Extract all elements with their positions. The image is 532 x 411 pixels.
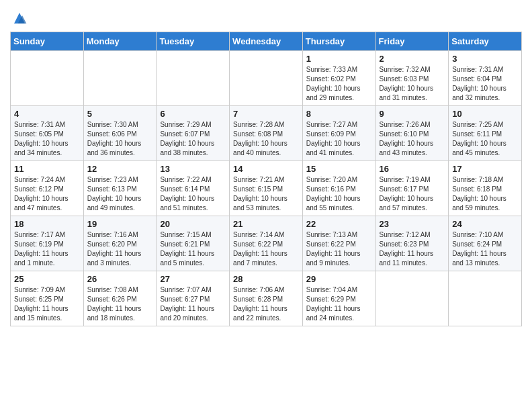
day-number: 12 (87, 164, 153, 174)
day-info: Sunrise: 7:15 AM Sunset: 6:21 PM Dayligh… (160, 230, 226, 268)
calendar-cell: 5Sunrise: 7:30 AM Sunset: 6:06 PM Daylig… (83, 106, 157, 161)
calendar-cell: 14Sunrise: 7:21 AM Sunset: 6:15 PM Dayli… (230, 161, 303, 216)
calendar-cell: 9Sunrise: 7:26 AM Sunset: 6:10 PM Daylig… (375, 106, 449, 161)
calendar-week-1: 1Sunrise: 7:33 AM Sunset: 6:02 PM Daylig… (11, 51, 522, 106)
day-info: Sunrise: 7:19 AM Sunset: 6:17 PM Dayligh… (380, 175, 445, 213)
day-number: 10 (452, 109, 518, 119)
calendar-cell: 11Sunrise: 7:24 AM Sunset: 6:12 PM Dayli… (11, 161, 84, 216)
calendar-week-3: 11Sunrise: 7:24 AM Sunset: 6:12 PM Dayli… (11, 161, 522, 216)
day-number: 9 (380, 109, 445, 119)
calendar-cell: 17Sunrise: 7:18 AM Sunset: 6:18 PM Dayli… (449, 161, 522, 216)
day-info: Sunrise: 7:06 AM Sunset: 6:28 PM Dayligh… (233, 285, 299, 323)
calendar-cell (83, 51, 157, 106)
day-number: 13 (160, 164, 226, 174)
calendar-cell: 28Sunrise: 7:06 AM Sunset: 6:28 PM Dayli… (230, 271, 303, 326)
day-info: Sunrise: 7:12 AM Sunset: 6:23 PM Dayligh… (380, 230, 445, 268)
day-info: Sunrise: 7:27 AM Sunset: 6:09 PM Dayligh… (306, 120, 372, 158)
calendar-cell: 29Sunrise: 7:04 AM Sunset: 6:29 PM Dayli… (302, 271, 375, 326)
day-info: Sunrise: 7:30 AM Sunset: 6:06 PM Dayligh… (87, 120, 153, 158)
day-info: Sunrise: 7:21 AM Sunset: 6:15 PM Dayligh… (233, 175, 299, 213)
calendar-cell: 13Sunrise: 7:22 AM Sunset: 6:14 PM Dayli… (157, 161, 230, 216)
calendar-week-5: 25Sunrise: 7:09 AM Sunset: 6:25 PM Dayli… (11, 271, 522, 326)
calendar-cell (11, 51, 84, 106)
day-info: Sunrise: 7:17 AM Sunset: 6:19 PM Dayligh… (14, 230, 80, 268)
day-number: 3 (452, 54, 518, 64)
day-number: 11 (14, 164, 80, 174)
calendar-cell: 4Sunrise: 7:31 AM Sunset: 6:05 PM Daylig… (11, 106, 84, 161)
day-number: 15 (306, 164, 372, 174)
logo (10, 10, 28, 26)
header-day-monday: Monday (83, 32, 157, 51)
calendar-cell: 15Sunrise: 7:20 AM Sunset: 6:16 PM Dayli… (302, 161, 375, 216)
calendar-cell: 27Sunrise: 7:07 AM Sunset: 6:27 PM Dayli… (157, 271, 230, 326)
header-day-friday: Friday (375, 32, 449, 51)
day-info: Sunrise: 7:31 AM Sunset: 6:05 PM Dayligh… (14, 120, 80, 158)
day-info: Sunrise: 7:18 AM Sunset: 6:18 PM Dayligh… (452, 175, 518, 213)
calendar-cell: 2Sunrise: 7:32 AM Sunset: 6:03 PM Daylig… (375, 51, 449, 106)
day-info: Sunrise: 7:33 AM Sunset: 6:02 PM Dayligh… (306, 65, 372, 103)
calendar-cell: 19Sunrise: 7:16 AM Sunset: 6:20 PM Dayli… (83, 216, 157, 271)
day-number: 8 (306, 109, 372, 119)
day-info: Sunrise: 7:28 AM Sunset: 6:08 PM Dayligh… (233, 120, 299, 158)
day-info: Sunrise: 7:24 AM Sunset: 6:12 PM Dayligh… (14, 175, 80, 213)
calendar-cell: 7Sunrise: 7:28 AM Sunset: 6:08 PM Daylig… (230, 106, 303, 161)
calendar-cell: 18Sunrise: 7:17 AM Sunset: 6:19 PM Dayli… (11, 216, 84, 271)
calendar-header-row: SundayMondayTuesdayWednesdayThursdayFrid… (11, 32, 522, 51)
day-info: Sunrise: 7:25 AM Sunset: 6:11 PM Dayligh… (452, 120, 518, 158)
calendar-cell: 21Sunrise: 7:14 AM Sunset: 6:22 PM Dayli… (230, 216, 303, 271)
day-number: 1 (306, 54, 372, 64)
day-info: Sunrise: 7:04 AM Sunset: 6:29 PM Dayligh… (306, 285, 372, 323)
day-info: Sunrise: 7:09 AM Sunset: 6:25 PM Dayligh… (14, 285, 80, 323)
day-info: Sunrise: 7:31 AM Sunset: 6:04 PM Dayligh… (452, 65, 518, 103)
calendar-cell: 23Sunrise: 7:12 AM Sunset: 6:23 PM Dayli… (375, 216, 449, 271)
day-number: 28 (233, 274, 299, 284)
logo-icon (11, 10, 28, 26)
calendar-cell: 25Sunrise: 7:09 AM Sunset: 6:25 PM Dayli… (11, 271, 84, 326)
day-number: 7 (233, 109, 299, 119)
day-number: 27 (160, 274, 226, 284)
calendar-week-2: 4Sunrise: 7:31 AM Sunset: 6:05 PM Daylig… (11, 106, 522, 161)
calendar-cell (230, 51, 303, 106)
day-number: 23 (380, 219, 445, 229)
day-info: Sunrise: 7:16 AM Sunset: 6:20 PM Dayligh… (87, 230, 153, 268)
day-number: 14 (233, 164, 299, 174)
day-number: 26 (87, 274, 153, 284)
day-info: Sunrise: 7:32 AM Sunset: 6:03 PM Dayligh… (380, 65, 445, 103)
day-info: Sunrise: 7:23 AM Sunset: 6:13 PM Dayligh… (87, 175, 153, 213)
day-number: 21 (233, 219, 299, 229)
header-day-thursday: Thursday (302, 32, 375, 51)
calendar-cell: 26Sunrise: 7:08 AM Sunset: 6:26 PM Dayli… (83, 271, 157, 326)
day-number: 29 (306, 274, 372, 284)
calendar-body: 1Sunrise: 7:33 AM Sunset: 6:02 PM Daylig… (11, 51, 522, 326)
day-info: Sunrise: 7:29 AM Sunset: 6:07 PM Dayligh… (160, 120, 226, 158)
calendar-cell: 10Sunrise: 7:25 AM Sunset: 6:11 PM Dayli… (449, 106, 522, 161)
day-info: Sunrise: 7:07 AM Sunset: 6:27 PM Dayligh… (160, 285, 226, 323)
calendar-cell: 12Sunrise: 7:23 AM Sunset: 6:13 PM Dayli… (83, 161, 157, 216)
header-day-wednesday: Wednesday (230, 32, 303, 51)
day-number: 2 (380, 54, 445, 64)
day-info: Sunrise: 7:26 AM Sunset: 6:10 PM Dayligh… (380, 120, 445, 158)
day-number: 20 (160, 219, 226, 229)
calendar-cell (375, 271, 449, 326)
day-number: 19 (87, 219, 153, 229)
day-info: Sunrise: 7:08 AM Sunset: 6:26 PM Dayligh… (87, 285, 153, 323)
day-number: 22 (306, 219, 372, 229)
header-day-sunday: Sunday (11, 32, 84, 51)
day-number: 18 (14, 219, 80, 229)
day-info: Sunrise: 7:14 AM Sunset: 6:22 PM Dayligh… (233, 230, 299, 268)
header-day-saturday: Saturday (449, 32, 522, 51)
day-info: Sunrise: 7:10 AM Sunset: 6:24 PM Dayligh… (452, 230, 518, 268)
header-day-tuesday: Tuesday (157, 32, 230, 51)
day-number: 17 (452, 164, 518, 174)
calendar-table: SundayMondayTuesdayWednesdayThursdayFrid… (10, 32, 522, 326)
day-info: Sunrise: 7:22 AM Sunset: 6:14 PM Dayligh… (160, 175, 226, 213)
calendar-cell: 20Sunrise: 7:15 AM Sunset: 6:21 PM Dayli… (157, 216, 230, 271)
calendar-cell (449, 271, 522, 326)
day-info: Sunrise: 7:20 AM Sunset: 6:16 PM Dayligh… (306, 175, 372, 213)
calendar-cell: 16Sunrise: 7:19 AM Sunset: 6:17 PM Dayli… (375, 161, 449, 216)
day-number: 25 (14, 274, 80, 284)
day-number: 6 (160, 109, 226, 119)
day-number: 4 (14, 109, 80, 119)
calendar-cell: 8Sunrise: 7:27 AM Sunset: 6:09 PM Daylig… (302, 106, 375, 161)
calendar-cell: 22Sunrise: 7:13 AM Sunset: 6:22 PM Dayli… (302, 216, 375, 271)
